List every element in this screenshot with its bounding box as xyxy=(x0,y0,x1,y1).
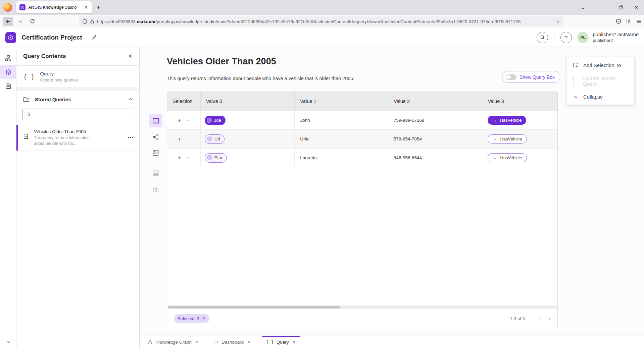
horizontal-scrollbar[interactable] xyxy=(167,305,557,309)
remove-selection-icon[interactable]: − xyxy=(186,117,189,123)
next-page-icon[interactable]: › xyxy=(549,315,551,322)
arcgis-favicon-icon xyxy=(19,4,26,10)
edit-pencil-icon[interactable] xyxy=(91,35,97,40)
link-chart-view-icon[interactable] xyxy=(149,130,162,143)
table-row[interactable]: +− Etta Lauretta 846-956-8644 →HasVehicl… xyxy=(167,149,557,167)
add-selection-icon[interactable]: + xyxy=(178,136,181,142)
arrow-right-icon: → xyxy=(493,155,497,160)
window-restore-icon[interactable] xyxy=(613,0,629,15)
map-selection-icon[interactable] xyxy=(149,167,162,180)
column-header[interactable]: Value 2 xyxy=(388,92,483,111)
stored-queries-search[interactable] xyxy=(22,109,133,120)
url-text: https://dev0028833.esri.com/portal/apps/… xyxy=(97,19,553,24)
menu-item-label: Add Selection To xyxy=(583,62,621,68)
tab-close-icon[interactable]: ✕ xyxy=(195,340,198,344)
relationship-pill[interactable]: →HasVehicle xyxy=(488,153,527,162)
table-footer: Selected: 3 ✕ 1-3 of 3 ‹ › xyxy=(167,309,557,328)
menu-item-collapse[interactable]: » Collapse xyxy=(567,89,634,105)
tab-close-icon[interactable]: ✕ xyxy=(247,340,250,344)
item-options-icon[interactable]: ••• xyxy=(128,134,134,140)
forward-button[interactable] xyxy=(15,17,25,26)
lock-icon[interactable] xyxy=(90,19,94,24)
remove-selection-icon[interactable]: − xyxy=(186,155,189,161)
tab-close-icon[interactable]: ✕ xyxy=(292,340,296,344)
menu-hamburger-icon[interactable] xyxy=(636,19,641,24)
tab-close-icon[interactable]: ✕ xyxy=(83,4,89,11)
user-info[interactable]: publisher2 lastName publisher2 xyxy=(593,32,639,43)
search-button[interactable] xyxy=(537,32,548,43)
menu-item-add-selection-to[interactable]: Add Selection To xyxy=(567,57,634,73)
layers-icon[interactable] xyxy=(0,65,16,79)
braces-icon: { } xyxy=(23,73,35,80)
save-icon[interactable] xyxy=(0,79,16,93)
map-view-icon[interactable] xyxy=(149,146,162,160)
page-subtitle: This query returns information about peo… xyxy=(167,76,354,81)
show-query-box-toggle[interactable]: Show Query Box xyxy=(502,71,560,83)
table-row[interactable]: +− Uri Uriel 578-654-7854 →HasVehicle xyxy=(167,130,557,149)
dashboard-icon xyxy=(214,340,219,345)
add-to-icon xyxy=(572,62,579,68)
panel-close-icon[interactable]: ✕ xyxy=(128,53,133,59)
tab-knowledge-graph[interactable]: Knowledge Graph ✕ xyxy=(144,336,202,348)
column-header[interactable]: Selection xyxy=(167,92,201,111)
table-row[interactable]: +− Joe John 759-889-57168 →HasVehicle xyxy=(167,111,557,130)
column-header[interactable]: Value 1 xyxy=(295,92,388,111)
column-header[interactable]: Value 3 xyxy=(482,92,557,111)
tracking-shield-icon[interactable] xyxy=(82,19,87,24)
query-create-item[interactable]: { } Query Create new queries xyxy=(16,66,139,88)
table-view-icon[interactable] xyxy=(149,114,162,127)
chevron-up-icon[interactable] xyxy=(128,98,133,101)
left-rail: » xyxy=(0,47,16,348)
pocket-icon[interactable] xyxy=(616,19,621,24)
scrollbar-thumb[interactable] xyxy=(168,306,340,308)
list-all-tabs-icon[interactable]: ⌄ xyxy=(576,0,590,15)
cell-value: John xyxy=(295,111,388,129)
back-button[interactable] xyxy=(3,17,13,26)
library-icon[interactable] xyxy=(626,19,631,24)
selected-count-chip[interactable]: Selected: 3 ✕ xyxy=(174,314,209,323)
user-sub: publisher2 xyxy=(593,38,639,43)
url-bar[interactable]: https://dev0028833.esri.com/portal/apps/… xyxy=(79,16,563,26)
search-input[interactable] xyxy=(34,112,130,117)
stored-query-item[interactable]: Vehicles Older Than 2005 This query retu… xyxy=(16,125,139,151)
reload-button[interactable] xyxy=(28,17,37,26)
remove-selection-icon[interactable]: − xyxy=(186,136,189,142)
previous-page-icon[interactable]: ‹ xyxy=(539,315,541,322)
entity-pill[interactable]: Etta xyxy=(205,153,227,163)
toggle-switch[interactable] xyxy=(506,74,516,80)
tab-query[interactable]: { } Query ✕ xyxy=(262,336,299,348)
hierarchy-icon[interactable] xyxy=(0,51,16,65)
selection-context-menu: Add Selection To { } Update Stored Query… xyxy=(567,57,635,105)
tab-dashboard[interactable]: Dashboard ✕ xyxy=(210,336,254,348)
entity-pill[interactable]: Joe xyxy=(205,116,226,125)
bookmark-star-icon[interactable]: ☆ xyxy=(556,18,560,24)
add-selection-icon[interactable]: + xyxy=(178,155,181,161)
expand-rail-icon[interactable]: » xyxy=(0,339,16,345)
knowledge-graph-icon xyxy=(148,340,153,345)
page-title: Vehicles Older Than 2005 xyxy=(167,56,276,67)
toggle-label: Show Query Box xyxy=(519,74,555,80)
browser-tab[interactable]: ArcGIS Knowledge Studio ✕ xyxy=(16,1,92,13)
menu-item-label: Update Stored Query xyxy=(583,75,630,87)
firefox-icon[interactable] xyxy=(3,3,12,12)
stored-queries-label: Stored Queries xyxy=(35,97,128,102)
window-close-icon[interactable]: ✕ xyxy=(629,0,644,15)
relationship-pill[interactable]: →HasVehicle xyxy=(488,134,527,143)
new-tab-button[interactable]: + xyxy=(97,4,100,11)
entity-pill[interactable]: Uri xyxy=(205,134,225,144)
add-selection-icon[interactable]: + xyxy=(178,117,181,123)
browser-navbar: https://dev0028833.esri.com/portal/apps/… xyxy=(0,15,644,28)
query-contents-panel: Query Contents ✕ { } Query Create new qu… xyxy=(16,47,140,348)
relationship-pill[interactable]: →HasVehicle xyxy=(488,116,526,125)
selected-indicator xyxy=(16,125,18,151)
clear-selection-icon[interactable]: ✕ xyxy=(202,316,206,321)
window-minimize-icon[interactable]: — xyxy=(598,0,613,15)
column-header[interactable]: Value 0 xyxy=(201,92,295,111)
results-table: Selection Value 0 Value 1 Value 2 Value … xyxy=(167,92,558,328)
marquee-select-icon[interactable] xyxy=(149,183,162,196)
user-avatar[interactable]: PL xyxy=(577,32,589,43)
folder-icon xyxy=(23,97,30,102)
stored-queries-header[interactable]: Stored Queries xyxy=(16,91,139,107)
entity-dot-icon xyxy=(207,136,212,141)
help-button[interactable]: ? xyxy=(560,32,572,43)
